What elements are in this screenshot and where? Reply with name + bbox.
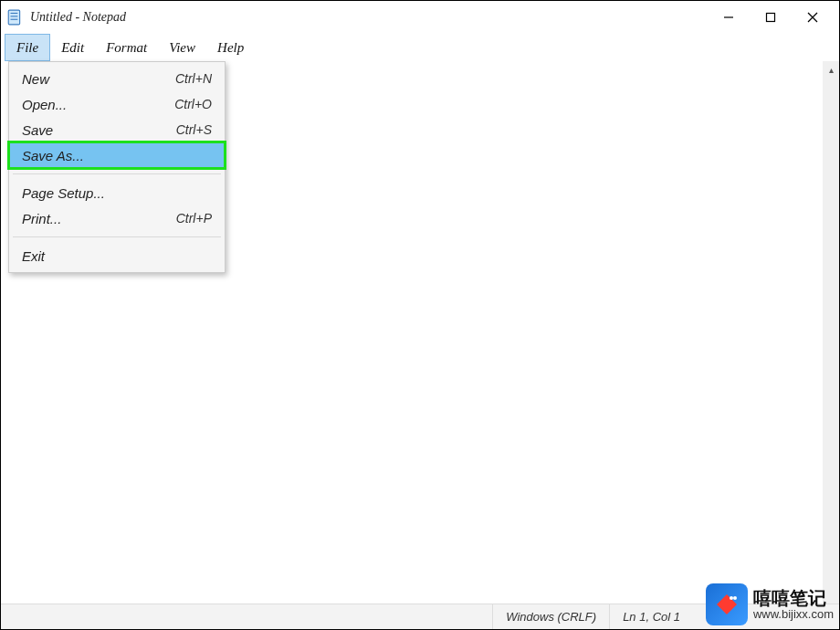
menu-edit[interactable]: Edit [50,34,95,61]
scroll-up-icon[interactable]: ▴ [823,61,839,78]
svg-rect-5 [767,14,775,22]
window-controls [708,3,834,32]
watermark-url: www.bijixx.com [753,608,834,621]
watermark: 嘻嘻笔记 www.bijixx.com [706,583,834,625]
file-menu-save-as[interactable]: Save As... [9,142,225,168]
menu-separator [13,173,221,174]
menu-item-shortcut: Ctrl+S [176,122,212,137]
menu-item-shortcut: Ctrl+O [174,97,212,111]
svg-rect-0 [8,10,19,25]
file-menu-dropdown: New Ctrl+N Open... Ctrl+O Save Ctrl+S Sa… [8,61,226,273]
file-menu-print[interactable]: Print... Ctrl+P [9,205,225,231]
file-menu-exit[interactable]: Exit [9,243,225,268]
menu-help[interactable]: Help [206,34,255,61]
close-button[interactable] [792,3,834,32]
file-menu-new[interactable]: New Ctrl+N [9,66,225,91]
file-menu-page-setup[interactable]: Page Setup... [9,180,225,205]
status-cursor-position: Ln 1, Col 1 [609,604,693,629]
menu-item-label: Save [22,122,53,138]
file-menu-save[interactable]: Save Ctrl+S [9,117,225,142]
menu-file[interactable]: File [5,34,50,61]
menu-item-label: Exit [22,248,45,264]
menu-item-label: Page Setup... [22,185,105,201]
menubar: File Edit Format View Help [1,34,839,61]
menu-item-label: New [22,71,49,87]
vertical-scrollbar[interactable]: ▴ [823,61,839,604]
menu-item-label: Print... [22,211,61,226]
menu-view[interactable]: View [158,34,206,61]
watermark-title: 嘻嘻笔记 [753,588,834,608]
titlebar: Untitled - Notepad [1,1,839,34]
menu-item-shortcut: Ctrl+P [176,211,212,226]
svg-point-10 [733,596,737,600]
menu-item-label: Save As... [22,148,84,163]
menu-separator [13,236,221,237]
watermark-logo-icon [706,583,748,625]
maximize-button[interactable] [750,3,792,32]
svg-point-9 [730,596,733,600]
status-line-ending: Windows (CRLF) [492,604,609,629]
menu-format[interactable]: Format [95,34,158,61]
window-title: Untitled - Notepad [30,10,126,25]
notepad-icon [6,9,23,26]
minimize-button[interactable] [708,3,750,32]
menu-item-label: Open... [22,97,67,112]
file-menu-open[interactable]: Open... Ctrl+O [9,91,225,117]
menu-item-shortcut: Ctrl+N [175,71,212,86]
